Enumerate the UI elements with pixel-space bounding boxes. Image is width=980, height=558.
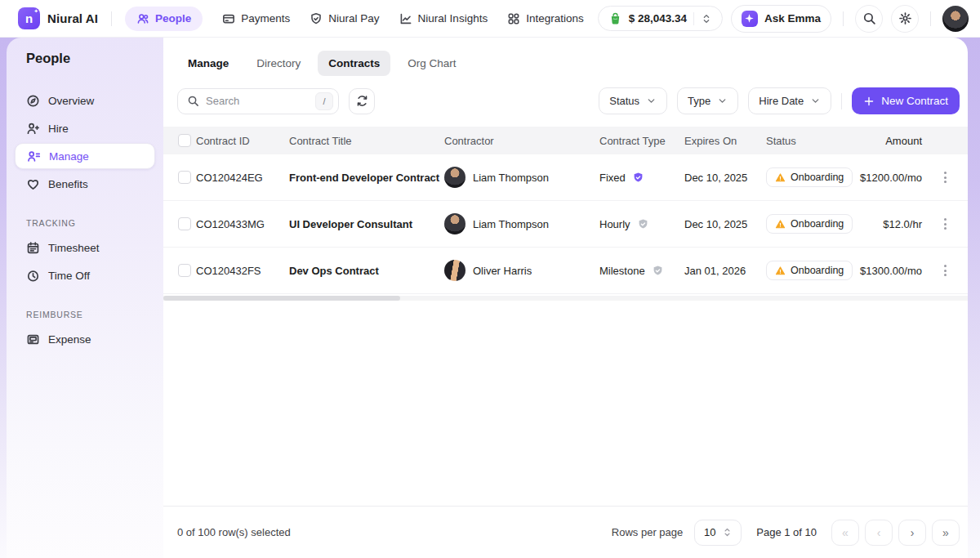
row-checkbox[interactable]: [178, 217, 191, 230]
chevron-down-icon: [717, 96, 728, 106]
table-footer: 0 of 100 row(s) selected Rows per page 1…: [163, 506, 968, 558]
divider: [693, 12, 694, 25]
tab-bar: Manage Directory Contracts Org Chart: [163, 38, 968, 76]
sidebar-item-label: Hire: [48, 123, 69, 135]
money-bag-icon: [608, 11, 622, 25]
divider: [843, 11, 844, 26]
warning-icon: [775, 266, 786, 276]
last-page-button[interactable]: »: [932, 520, 960, 546]
table-row[interactable]: CO120432FS Dev Ops Contract Oliver Harri…: [163, 248, 968, 294]
filter-type[interactable]: Type: [677, 87, 738, 114]
row-checkbox[interactable]: [178, 171, 191, 184]
select-all-checkbox[interactable]: [178, 134, 191, 147]
horizontal-scrollbar[interactable]: [163, 296, 968, 301]
scrollbar-thumb[interactable]: [163, 296, 400, 301]
first-page-button[interactable]: «: [831, 520, 859, 546]
refresh-button[interactable]: [349, 88, 375, 114]
filter-label: Status: [609, 95, 639, 107]
balance-pill[interactable]: $ 28,043.34: [598, 6, 723, 31]
column-header-contract-id: Contract ID: [196, 135, 289, 147]
column-header-contract-title: Contract Title: [289, 135, 444, 147]
contractor-cell: Liam Thompson: [444, 167, 599, 188]
contractor-name: Oliver Harris: [473, 265, 532, 277]
tab-org-chart[interactable]: Org Chart: [397, 51, 466, 76]
contractor-name: Liam Thompson: [473, 218, 549, 230]
sidebar-item-overview[interactable]: Overview: [15, 87, 155, 114]
filter-label: Type: [688, 95, 710, 107]
search-icon: [862, 11, 876, 25]
divider: [841, 93, 842, 109]
sidebar-item-manage[interactable]: Manage: [15, 143, 155, 169]
integrations-icon: [507, 12, 520, 25]
nav-item-niural-pay[interactable]: Niural Pay: [310, 12, 379, 25]
search-button[interactable]: [855, 5, 883, 33]
search-box[interactable]: /: [177, 88, 339, 114]
topbar-right: $ 28,043.34 Ask Emma: [598, 5, 969, 33]
top-navigation-bar: n ✦ Niural AI People Payments Niural Pay…: [0, 0, 980, 38]
amount: $1200.00/mo: [858, 172, 922, 184]
sidebar-item-time-off[interactable]: Time Off: [15, 262, 155, 288]
main-content: Manage Directory Contracts Org Chart / S…: [163, 38, 968, 558]
settings-button[interactable]: [891, 5, 919, 33]
user-avatar[interactable]: [942, 6, 969, 32]
shield-icon: [310, 12, 323, 25]
nav-item-integrations[interactable]: Integrations: [507, 12, 584, 25]
amount: $12.0/hr: [858, 218, 922, 230]
previous-page-button[interactable]: ‹: [865, 520, 893, 546]
shield-badge-icon: [652, 265, 664, 277]
status-label: Onboarding: [791, 218, 844, 230]
nav-label: Integrations: [526, 12, 584, 25]
brand: n ✦ Niural AI: [18, 7, 98, 29]
row-checkbox[interactable]: [178, 264, 191, 277]
nav-item-people[interactable]: People: [125, 7, 203, 31]
search-input[interactable]: [206, 95, 309, 107]
stepper-icon[interactable]: [701, 13, 712, 25]
table-row[interactable]: CO120433MG UI Developer Consultant Liam …: [163, 201, 968, 248]
chevron-down-icon: [810, 96, 821, 106]
nav-label: Niural Insights: [418, 12, 488, 25]
sidebar-nav: Overview Hire Manage Benefits: [7, 87, 163, 197]
column-header-status: Status: [766, 135, 858, 147]
gear-icon: [898, 11, 912, 25]
row-menu-button[interactable]: [944, 218, 947, 230]
contract-type-cell: Hourly: [599, 218, 684, 230]
row-menu-button[interactable]: [944, 265, 947, 276]
sidebar-item-label: Manage: [49, 150, 89, 163]
contractor-cell: Liam Thompson: [444, 213, 599, 234]
contract-type-cell: Fixed: [599, 172, 684, 184]
expires-on: Dec 10, 2025: [684, 218, 766, 230]
next-page-button[interactable]: ›: [898, 520, 926, 546]
table-row[interactable]: CO120424EG Front-end Developer Contract …: [163, 154, 968, 201]
warning-icon: [775, 172, 786, 183]
sidebar-item-timesheet[interactable]: Timesheet: [15, 234, 155, 261]
row-menu-button[interactable]: [944, 172, 947, 183]
new-contract-button[interactable]: New Contract: [852, 87, 960, 114]
status-badge: Onboarding: [766, 261, 853, 280]
status-badge: Onboarding: [766, 214, 853, 234]
sidebar-item-hire[interactable]: Hire: [15, 115, 155, 141]
filter-status[interactable]: Status: [599, 87, 667, 114]
tab-directory[interactable]: Directory: [246, 51, 311, 76]
tab-manage[interactable]: Manage: [177, 51, 239, 76]
ask-emma-button[interactable]: Ask Emma: [731, 5, 831, 33]
rows-per-page-select[interactable]: 10: [694, 520, 742, 546]
sidebar-title: People: [7, 51, 163, 66]
balance-amount: $ 28,043.34: [629, 12, 687, 25]
sidebar-item-label: Benefits: [48, 178, 88, 190]
filter-hire-date[interactable]: Hire Date: [748, 87, 831, 114]
search-shortcut-badge: /: [315, 92, 333, 110]
primary-nav: People Payments Niural Pay Niural Insigh…: [125, 7, 584, 31]
people-icon: [136, 12, 149, 25]
tab-contracts[interactable]: Contracts: [318, 51, 390, 76]
sidebar-item-benefits[interactable]: Benefits: [15, 171, 155, 197]
card-icon: [222, 12, 235, 25]
nav-item-payments[interactable]: Payments: [222, 12, 290, 25]
shield-badge-icon: [632, 172, 644, 184]
page-indicator: Page 1 of 10: [756, 526, 817, 538]
nav-item-niural-insights[interactable]: Niural Insights: [399, 12, 488, 25]
sidebar-item-expense[interactable]: Expense: [15, 326, 155, 352]
pagination-buttons: « ‹ › »: [831, 520, 960, 546]
niural-logo-icon[interactable]: n ✦: [18, 7, 40, 29]
expires-on: Dec 10, 2025: [684, 172, 766, 184]
sidebar: People Overview Hire Manage Benefits: [7, 38, 163, 558]
